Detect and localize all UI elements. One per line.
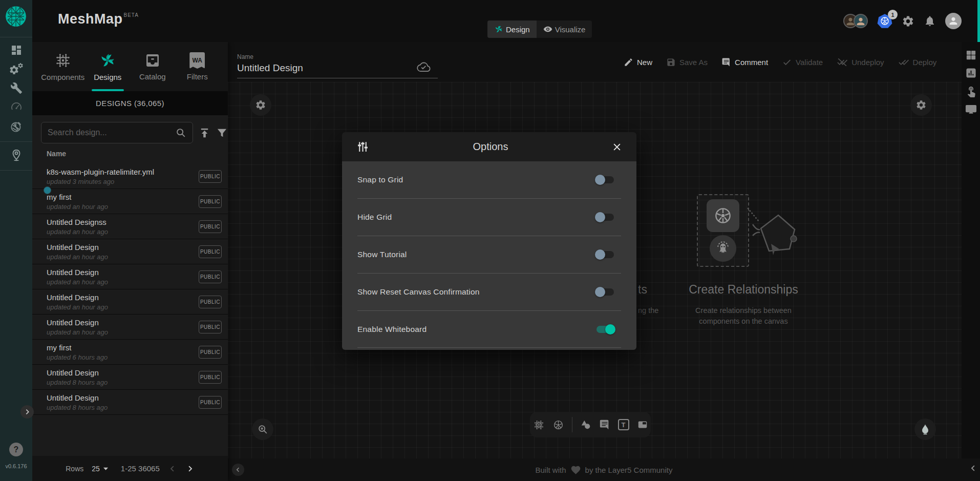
- undeploy-button[interactable]: Undeploy: [837, 57, 884, 67]
- search-row: [32, 121, 228, 144]
- clipped-text-fragment: ts: [638, 283, 647, 297]
- visibility-badge: PUBLIC: [199, 220, 222, 233]
- comment-button[interactable]: Comment: [721, 57, 768, 67]
- toolkit-wrench-icon[interactable]: [0, 82, 32, 94]
- design-row[interactable]: Untitled Design updated 8 hours ago PUBL…: [32, 390, 228, 415]
- design-row[interactable]: Untitled Design updated an hour ago PUBL…: [32, 239, 228, 264]
- enable-whiteboard-toggle[interactable]: [596, 326, 614, 333]
- tab-filters[interactable]: WA Filters: [175, 42, 220, 91]
- design-row[interactable]: Untitled Design updated an hour ago PUBL…: [32, 315, 228, 340]
- widgets-grid-icon[interactable]: [965, 49, 977, 61]
- new-button[interactable]: New: [624, 57, 652, 67]
- canvas-tools-dock: T: [530, 412, 651, 437]
- pagination-bar: Rows 25 1-25 36065: [32, 456, 228, 481]
- prev-page-button[interactable]: [168, 464, 177, 473]
- design-row[interactable]: Untitled Design updated an hour ago PUBL…: [32, 264, 228, 289]
- visibility-badge: PUBLIC: [199, 170, 222, 183]
- collaborator-avatar-2[interactable]: [854, 14, 868, 28]
- search-input[interactable]: [48, 128, 175, 137]
- tab-visualize[interactable]: Visualize: [537, 20, 592, 38]
- tab-components[interactable]: Components: [40, 42, 86, 91]
- dashboard-icon[interactable]: [0, 44, 32, 56]
- lamp-button[interactable]: [914, 419, 936, 440]
- bottom-collapse-right-chevron[interactable]: [969, 464, 978, 473]
- design-row[interactable]: Untitled Design updated an hour ago PUBL…: [32, 289, 228, 315]
- components-icon: [54, 52, 72, 69]
- meshmap-app: MeshMap BETA Design Visualize 1: [0, 0, 980, 481]
- eye-icon: [543, 25, 552, 34]
- zoom-button[interactable]: [252, 419, 273, 440]
- empty-state-title: Create Relationships: [682, 283, 805, 297]
- user-avatar-button[interactable]: [945, 13, 962, 29]
- help-button[interactable]: ?: [9, 443, 23, 456]
- tab-designs[interactable]: Designs: [86, 42, 131, 91]
- tab-catalog[interactable]: Catalog: [130, 42, 175, 91]
- reset-canvas-confirmation-toggle[interactable]: [596, 288, 614, 296]
- undeploy-icon: [837, 57, 848, 67]
- mesh-pie-icon[interactable]: [0, 120, 32, 133]
- performance-gauge-icon[interactable]: [0, 100, 32, 113]
- kubernetes-context-button[interactable]: 1: [877, 13, 892, 29]
- mode-switcher: Design Visualize: [487, 20, 592, 38]
- shapes-icon[interactable]: [580, 419, 591, 430]
- footer-bar: Built with by the Layer5 Community: [228, 458, 980, 481]
- touch-hand-icon[interactable]: [965, 85, 977, 97]
- media-tool-icon[interactable]: [637, 419, 648, 430]
- design-name-label: Name: [237, 53, 438, 60]
- canvas-settings-button[interactable]: [910, 94, 932, 116]
- rows-label: Rows: [66, 465, 83, 473]
- component-shapes-icon[interactable]: [533, 419, 545, 431]
- designs-panel: Components Designs Catalog WA Filters DE…: [32, 42, 228, 481]
- text-tool-icon[interactable]: T: [618, 419, 629, 430]
- app-brand: MeshMap BETA: [58, 11, 139, 27]
- close-icon[interactable]: [612, 142, 622, 152]
- header-actions: 1: [843, 0, 962, 42]
- design-name-field: Name: [237, 53, 438, 78]
- search-box: [41, 122, 193, 143]
- squid-mascot-icon: [714, 239, 732, 258]
- meshery-logo[interactable]: [6, 6, 26, 27]
- panel-expand-chevron[interactable]: [20, 405, 34, 419]
- option-row: Enable Whiteboard: [357, 311, 621, 348]
- comment-icon: [721, 57, 731, 67]
- settings-gear-icon[interactable]: [902, 15, 914, 28]
- option-row: Show Reset Canvas Confirmation: [357, 274, 621, 311]
- kubernetes-wheel-icon[interactable]: [552, 419, 564, 431]
- kubernetes-node: [707, 199, 739, 232]
- meshmap-pin-icon[interactable]: [0, 149, 32, 162]
- monitor-icon[interactable]: [965, 103, 977, 115]
- caret-down-icon: [103, 467, 109, 471]
- design-row[interactable]: Untitled Design updated 8 hours ago PUBL…: [32, 365, 228, 390]
- kubernetes-context-badge: 1: [888, 10, 898, 19]
- notifications-bell-icon[interactable]: [924, 15, 936, 27]
- design-name-input[interactable]: [237, 60, 438, 78]
- hide-grid-toggle[interactable]: [596, 214, 614, 221]
- collaborator-avatars[interactable]: [843, 14, 868, 28]
- design-row[interactable]: Untitled Designss updated an hour ago PU…: [32, 214, 228, 239]
- bottom-collapse-left-chevron[interactable]: [232, 464, 244, 476]
- snap-to-grid-toggle[interactable]: [596, 176, 614, 183]
- validate-button[interactable]: Validate: [782, 57, 823, 67]
- comment-tool-icon[interactable]: [599, 419, 610, 430]
- filter-funnel-icon[interactable]: [216, 127, 228, 139]
- show-tutorial-toggle[interactable]: [596, 251, 614, 258]
- save-icon: [666, 57, 676, 67]
- bar-chart-icon[interactable]: [965, 67, 977, 79]
- search-icon[interactable]: [175, 127, 186, 138]
- tab-design[interactable]: Design: [487, 20, 537, 38]
- beta-tag: BETA: [124, 12, 139, 18]
- next-page-button[interactable]: [185, 464, 195, 473]
- import-design-icon[interactable]: [199, 127, 210, 139]
- canvas-arrange-button[interactable]: [250, 94, 271, 116]
- design-list: k8s-wasm-plugin-ratelimiter.yml updated …: [32, 164, 228, 415]
- pencil-icon: [624, 57, 633, 67]
- rows-per-page-select[interactable]: 25: [92, 465, 109, 473]
- design-row[interactable]: k8s-wasm-plugin-ratelimiter.yml updated …: [32, 164, 228, 189]
- lifecycle-gears-icon[interactable]: [0, 62, 32, 76]
- visibility-badge: PUBLIC: [199, 245, 222, 258]
- design-row[interactable]: my first updated 6 hours ago PUBLIC: [32, 340, 228, 365]
- deploy-button[interactable]: Deploy: [898, 57, 937, 67]
- version-label: v0.6.176: [0, 463, 32, 469]
- design-row[interactable]: my first updated an hour ago PUBLIC: [32, 189, 228, 214]
- save-as-button[interactable]: Save As: [666, 57, 708, 67]
